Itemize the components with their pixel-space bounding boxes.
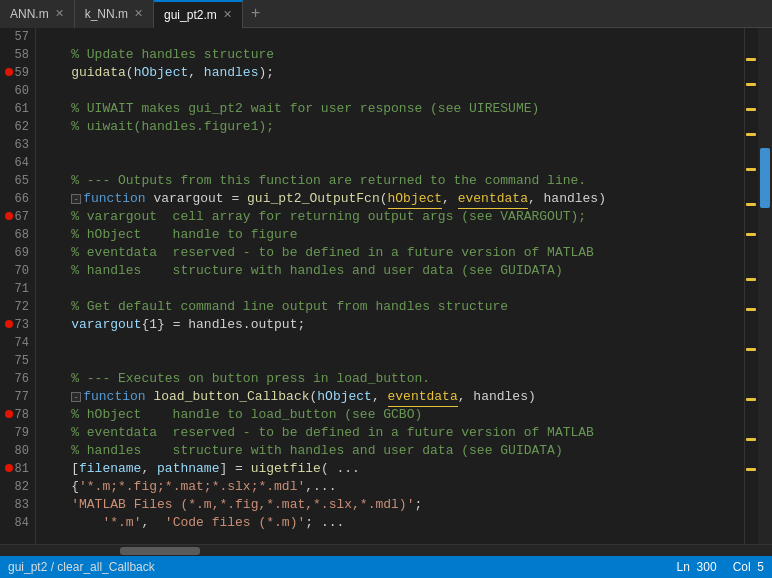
code-line: [filename, pathname] = uigetfile( ...: [40, 460, 744, 478]
gutter-line: 69: [4, 244, 29, 262]
op-token: ;: [414, 496, 422, 514]
status-path: gui_pt2 / clear_all_Callback: [8, 560, 155, 574]
gutter-line: 72: [4, 298, 29, 316]
status-right: Ln 300 Col 5: [677, 560, 764, 574]
code-scroll[interactable]: % Update handles structure guidata(hObje…: [36, 28, 744, 544]
gutter-line: 65: [4, 172, 29, 190]
tab-knn-close[interactable]: ✕: [134, 8, 143, 19]
horizontal-scrollbar[interactable]: [0, 544, 772, 556]
code-line: % uiwait(handles.figure1);: [40, 118, 744, 136]
code-content: % Update handles structure guidata(hObje…: [36, 28, 744, 532]
gutter-line: 77: [4, 388, 29, 406]
code-line: % hObject handle to load_button (see GCB…: [40, 406, 744, 424]
gutter-line: 78: [4, 406, 29, 424]
scroll-marker: [746, 83, 756, 86]
highlighted-token: eventdata: [388, 388, 458, 407]
tab-guipt2[interactable]: gui_pt2.m ✕: [154, 0, 243, 28]
op-token: [40, 514, 102, 532]
tab-add-button[interactable]: +: [243, 0, 269, 28]
scroll-markers-panel[interactable]: [744, 28, 758, 544]
op-token: , handles): [458, 388, 536, 406]
tab-ann-close[interactable]: ✕: [55, 8, 64, 19]
code-line: % eventdata reserved - to be defined in …: [40, 244, 744, 262]
cm-token: % hObject handle to figure: [40, 226, 297, 244]
tab-knn[interactable]: k_NN.m ✕: [75, 0, 154, 28]
code-line: {'*.m;*.fig;*.mat;*.slx;*.mdl',...: [40, 478, 744, 496]
var-token: hObject: [134, 64, 189, 82]
gutter-line: 76: [4, 370, 29, 388]
highlighted-token: hObject: [388, 190, 443, 209]
str-token: 'MATLAB Files (*.m,*.fig,*.mat,*.slx,*.m…: [71, 496, 414, 514]
breakpoint-dot: [5, 68, 13, 76]
scroll-marker: [746, 468, 756, 471]
gutter-line: 82: [4, 478, 29, 496]
cm-token: % eventdata reserved - to be defined in …: [40, 244, 594, 262]
col-label: Col: [733, 560, 751, 574]
minimap-scrollbar[interactable]: [758, 28, 772, 544]
gutter-line: 60: [4, 82, 29, 100]
str-token: '*.m;*.fig;*.mat;*.slx;*.mdl': [79, 478, 305, 496]
op-token: [: [40, 460, 79, 478]
cm-token: % handles structure with handles and use…: [40, 442, 563, 460]
op-token: ,: [188, 64, 204, 82]
breakpoint-dot: [5, 464, 13, 472]
code-line: 'MATLAB Files (*.m,*.fig,*.mat,*.slx,*.m…: [40, 496, 744, 514]
code-line: % Get default command line output from h…: [40, 298, 744, 316]
tab-guipt2-close[interactable]: ✕: [223, 9, 232, 20]
op-token: ,: [372, 388, 388, 406]
op-token: [40, 190, 71, 208]
cm-token: % Update handles structure: [40, 46, 274, 64]
ln-label: Ln: [677, 560, 690, 574]
code-line: [40, 154, 744, 172]
code-line: % --- Outputs from this function are ret…: [40, 172, 744, 190]
fn-token: gui_pt2_OutputFcn: [247, 190, 380, 208]
var-token: filename: [79, 460, 141, 478]
op-token: [40, 496, 71, 514]
tab-ann[interactable]: ANN.m ✕: [0, 0, 75, 28]
op-token: ( ...: [321, 460, 360, 478]
code-line: -function load_button_Callback(hObject, …: [40, 388, 744, 406]
editor-container: 5758596061626364656667686970717273747576…: [0, 28, 772, 544]
gutter-line: 73: [4, 316, 29, 334]
gutter-line: 59: [4, 64, 29, 82]
fn-token: uigetfile: [251, 460, 321, 478]
op-token: {: [40, 478, 79, 496]
code-line: varargout{1} = handles.output;: [40, 316, 744, 334]
ln-value: 300: [697, 560, 717, 574]
op-token: [146, 388, 154, 406]
cm-token: % --- Executes on button press in load_b…: [40, 370, 430, 388]
cm-token: % UIWAIT makes gui_pt2 wait for user res…: [40, 100, 539, 118]
scroll-marker: [746, 233, 756, 236]
minimap-thumb[interactable]: [760, 148, 770, 208]
collapse-marker[interactable]: -: [71, 194, 81, 204]
gutter-line: 64: [4, 154, 29, 172]
code-line: % --- Executes on button press in load_b…: [40, 370, 744, 388]
str-token: '*.m': [102, 514, 141, 532]
kw-token: function: [83, 190, 145, 208]
cm-token: % varargout cell array for returning out…: [40, 208, 586, 226]
op-token: ] =: [219, 460, 250, 478]
scroll-marker: [746, 278, 756, 281]
cm-token: % --- Outputs from this function are ret…: [40, 172, 586, 190]
var-token: hObject: [317, 388, 372, 406]
code-line: % Update handles structure: [40, 46, 744, 64]
op-token: [40, 64, 71, 82]
scroll-marker: [746, 348, 756, 351]
fn-token: load_button_Callback: [153, 388, 309, 406]
code-line: % handles structure with handles and use…: [40, 442, 744, 460]
gutter-line: 83: [4, 496, 29, 514]
collapse-marker[interactable]: -: [71, 392, 81, 402]
code-line: % handles structure with handles and use…: [40, 262, 744, 280]
scroll-marker: [746, 133, 756, 136]
h-scroll-thumb[interactable]: [120, 547, 200, 555]
op-token: ,: [442, 190, 458, 208]
gutter-line: 79: [4, 424, 29, 442]
op-token: {1} = handles.output;: [141, 316, 305, 334]
op-token: (: [380, 190, 388, 208]
breakpoint-dot: [5, 320, 13, 328]
scroll-marker: [746, 203, 756, 206]
gutter-line: 66: [4, 190, 29, 208]
code-area[interactable]: % Update handles structure guidata(hObje…: [36, 28, 744, 544]
scroll-marker: [746, 168, 756, 171]
tab-ann-label: ANN.m: [10, 7, 49, 21]
